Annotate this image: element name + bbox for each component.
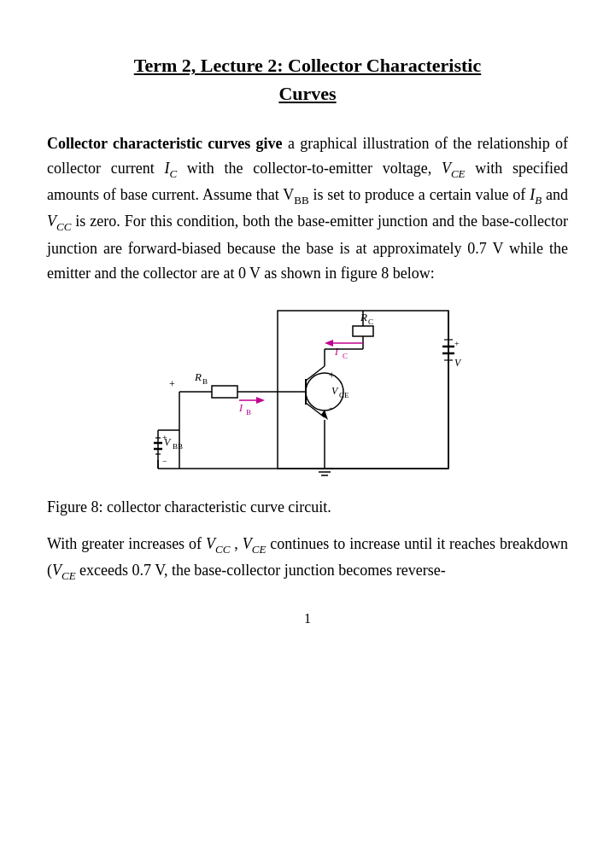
bold-intro: Collector characteristic curves give <box>47 135 283 152</box>
var-vce2: VCE <box>243 535 266 552</box>
caption-text: Figure 8: collector characteristic curve… <box>47 498 331 516</box>
svg-text:+: + <box>329 370 335 382</box>
var-vce3: VCE <box>52 562 76 579</box>
svg-marker-34 <box>256 397 265 404</box>
var-vce: VCE <box>442 160 466 177</box>
body-content: Collector characteristic curves give a g… <box>47 131 568 585</box>
svg-point-10 <box>306 373 343 411</box>
var-ib: IB <box>530 186 542 203</box>
figure-container: R C I C <box>47 302 568 481</box>
svg-rect-0 <box>278 311 448 469</box>
svg-text:B: B <box>202 377 208 386</box>
paragraph-1: Collector characteristic curves give a g… <box>47 131 568 285</box>
svg-text:−: − <box>329 402 335 414</box>
svg-text:B: B <box>246 408 251 417</box>
var-vcc2: VCC <box>206 535 230 552</box>
paragraph-2: With greater increases of VCC , VCE cont… <box>47 532 568 585</box>
svg-text:V: V <box>454 357 461 369</box>
page-number: 1 <box>47 611 568 626</box>
svg-marker-7 <box>325 340 333 347</box>
svg-rect-4 <box>353 326 373 336</box>
svg-text:BB: BB <box>173 442 183 451</box>
title-block: Term 2, Lecture 2: Collector Characteris… <box>47 51 568 108</box>
svg-text:I: I <box>238 402 243 414</box>
var-vcc: VCC <box>47 213 71 230</box>
svg-text:V: V <box>331 385 339 397</box>
svg-text:CE: CE <box>339 391 349 399</box>
var-ic: IC <box>164 160 177 177</box>
page-number-text: 1 <box>304 611 311 626</box>
svg-text:C: C <box>343 352 348 360</box>
svg-text:−: − <box>162 457 167 466</box>
svg-marker-14 <box>321 410 328 420</box>
page-title: Term 2, Lecture 2: Collector Characteris… <box>47 51 568 108</box>
svg-text:+: + <box>454 339 460 348</box>
figure-caption: Figure 8: collector characteristic curve… <box>47 495 568 520</box>
svg-text:+: + <box>169 378 175 390</box>
svg-text:R: R <box>194 370 202 383</box>
svg-text:C: C <box>368 317 373 326</box>
svg-rect-31 <box>212 386 237 398</box>
svg-text:V: V <box>164 436 172 448</box>
title-line1: Term 2, Lecture 2: Collector Characteris… <box>134 55 481 76</box>
title-line2: Curves <box>278 83 336 104</box>
circuit-diagram: R C I C <box>154 302 461 481</box>
svg-text:I: I <box>334 346 339 358</box>
